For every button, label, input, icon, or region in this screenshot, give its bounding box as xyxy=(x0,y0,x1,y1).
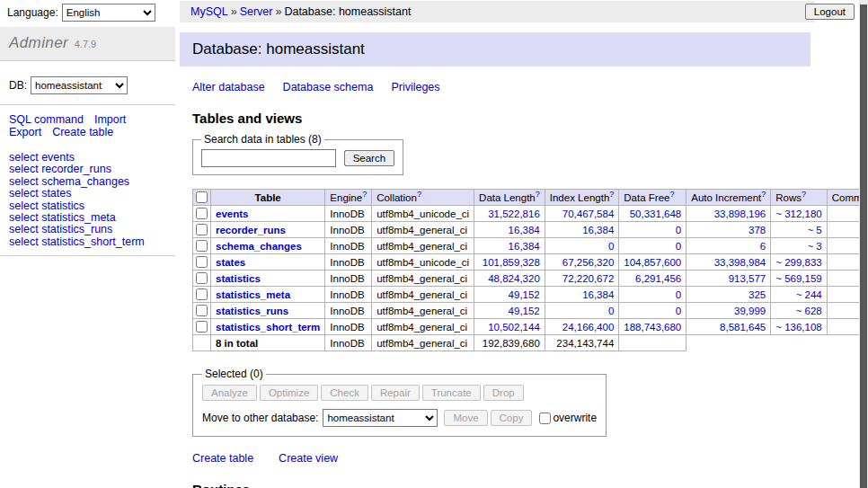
row-checkbox[interactable] xyxy=(196,240,208,252)
rows-count-link[interactable]: ~ 569,159 xyxy=(775,273,821,284)
sidebar-table-link[interactable]: select schema_changes xyxy=(9,176,166,188)
table-name-link[interactable]: statistics xyxy=(216,273,261,284)
database-action-link[interactable]: Privileges xyxy=(391,81,439,93)
auto-increment-link[interactable]: 33,898,196 xyxy=(714,209,766,219)
data-free-link[interactable]: 0 xyxy=(676,241,681,252)
sidebar-action-link[interactable]: Export xyxy=(9,126,41,138)
search-button[interactable]: Search xyxy=(344,150,394,166)
scrollbar-thumb[interactable] xyxy=(860,4,867,488)
help-link[interactable]: ? xyxy=(669,190,674,199)
table-name-link[interactable]: events xyxy=(216,209,248,219)
auto-increment-link[interactable]: 8,581,645 xyxy=(720,322,766,333)
help-link[interactable]: ? xyxy=(761,190,766,199)
data-length-link[interactable]: 10,502,144 xyxy=(488,322,540,333)
rows-count-link[interactable]: ~ 5 xyxy=(807,225,821,235)
index-length-link[interactable]: 70,467,584 xyxy=(562,209,615,219)
database-action-link[interactable]: Database schema xyxy=(283,81,374,93)
auto-increment-link[interactable]: 33,398,984 xyxy=(714,257,766,268)
breadcrumb-mysql-link[interactable]: MySQL xyxy=(190,5,228,18)
data-free-link[interactable]: 0 xyxy=(676,225,681,235)
sidebar-table-link[interactable]: select statistics xyxy=(9,200,166,212)
data-free-link[interactable]: 6,291,456 xyxy=(635,273,681,284)
index-length-link[interactable]: 72,220,672 xyxy=(562,273,615,284)
language-select[interactable]: English xyxy=(62,4,155,22)
sidebar-action-link[interactable]: SQL command xyxy=(9,113,84,126)
help-link[interactable]: ? xyxy=(362,190,367,199)
selected-action-button[interactable]: Check xyxy=(321,385,368,401)
help-link[interactable]: ? xyxy=(536,190,540,199)
auto-increment-link[interactable]: 325 xyxy=(748,289,766,300)
sidebar-action-link[interactable]: Create table xyxy=(52,126,113,138)
selected-action-button[interactable]: Optimize xyxy=(260,385,318,401)
rows-count-link[interactable]: ~ 628 xyxy=(796,306,822,316)
create-link[interactable]: Create table xyxy=(192,452,253,465)
auto-increment-link[interactable]: 378 xyxy=(748,225,766,235)
index-length-link[interactable]: 24,166,400 xyxy=(562,322,615,333)
data-free-link[interactable]: 50,331,648 xyxy=(630,209,682,219)
table-name-link[interactable]: statistics_runs xyxy=(216,306,288,316)
auto-increment-link[interactable]: 39,999 xyxy=(734,306,766,316)
rows-count-link[interactable]: ~ 312,180 xyxy=(775,209,821,219)
selected-action-button[interactable]: Analyze xyxy=(202,385,257,401)
database-action-link[interactable]: Alter database xyxy=(192,81,265,93)
search-input[interactable] xyxy=(201,149,336,167)
auto-increment-link[interactable]: 913,577 xyxy=(729,273,766,284)
sidebar-action-link[interactable]: Import xyxy=(94,113,126,126)
move-db-select[interactable]: homeassistant xyxy=(323,409,438,427)
vertical-scrollbar[interactable] xyxy=(859,0,868,488)
index-length-link[interactable]: 16,384 xyxy=(582,289,614,300)
rows-count-link[interactable]: ~ 3 xyxy=(807,241,821,252)
selected-action-button[interactable]: Repair xyxy=(371,385,420,401)
sidebar-table-link[interactable]: select statistics_runs xyxy=(9,224,166,235)
row-checkbox[interactable] xyxy=(196,305,208,316)
move-button[interactable]: Move xyxy=(444,410,487,426)
create-link[interactable]: Create view xyxy=(279,452,338,465)
data-free-link[interactable]: 104,857,600 xyxy=(624,257,681,268)
overwrite-checkbox[interactable] xyxy=(539,413,551,424)
table-name-link[interactable]: recorder_runs xyxy=(216,225,286,235)
data-free-link[interactable]: 188,743,680 xyxy=(624,322,681,333)
logout-button[interactable]: Logout xyxy=(805,4,855,20)
copy-button[interactable]: Copy xyxy=(491,410,533,426)
help-link[interactable]: ? xyxy=(609,190,614,199)
table-name-link[interactable]: statistics_short_term xyxy=(216,322,320,333)
rows-count-link[interactable]: ~ 299,833 xyxy=(775,257,821,268)
index-length-link[interactable]: 16,384 xyxy=(582,225,614,235)
data-length-link[interactable]: 48,824,320 xyxy=(488,273,540,284)
row-checkbox[interactable] xyxy=(196,256,208,268)
row-checkbox[interactable] xyxy=(196,288,208,300)
data-length-link[interactable]: 49,152 xyxy=(509,306,540,316)
selected-action-button[interactable]: Drop xyxy=(483,385,524,401)
data-length-link[interactable]: 31,522,816 xyxy=(488,209,540,219)
index-length-link[interactable]: 0 xyxy=(608,241,614,252)
selected-action-button[interactable]: Truncate xyxy=(422,385,481,401)
data-length-link[interactable]: 49,152 xyxy=(509,289,540,300)
select-all-checkbox[interactable] xyxy=(196,191,208,203)
table-name-link[interactable]: states xyxy=(216,257,245,268)
breadcrumb-server-link[interactable]: Server xyxy=(240,5,273,18)
table-name-link[interactable]: schema_changes xyxy=(216,241,302,252)
row-checkbox[interactable] xyxy=(196,321,208,333)
db-select[interactable]: homeassistant xyxy=(31,76,128,94)
data-free-link[interactable]: 0 xyxy=(676,289,681,300)
index-length-link[interactable]: 0 xyxy=(608,306,614,316)
index-length-link[interactable]: 67,256,320 xyxy=(562,257,615,268)
rows-count-link[interactable]: ~ 244 xyxy=(796,289,822,300)
table-name-link[interactable]: statistics_meta xyxy=(216,289,290,300)
data-length-link[interactable]: 16,384 xyxy=(509,241,540,252)
row-checkbox[interactable] xyxy=(196,272,208,284)
sidebar-table-link[interactable]: select recorder_runs xyxy=(9,164,166,175)
sidebar-table-link[interactable]: select events xyxy=(9,152,166,164)
auto-increment-link[interactable]: 6 xyxy=(760,241,766,252)
row-checkbox[interactable] xyxy=(196,224,208,235)
data-free-link[interactable]: 0 xyxy=(676,306,681,316)
data-length-link[interactable]: 101,859,328 xyxy=(483,257,540,268)
help-link[interactable]: ? xyxy=(417,190,421,199)
sidebar-table-link[interactable]: select statistics_meta xyxy=(9,212,166,224)
row-checkbox[interactable] xyxy=(196,208,208,219)
sidebar-table-link[interactable]: select states xyxy=(9,188,166,200)
data-length-link[interactable]: 16,384 xyxy=(509,225,540,235)
help-link[interactable]: ? xyxy=(802,190,806,199)
rows-count-link[interactable]: ~ 136,108 xyxy=(775,322,821,333)
sidebar-table-link[interactable]: select statistics_short_term xyxy=(9,236,166,248)
